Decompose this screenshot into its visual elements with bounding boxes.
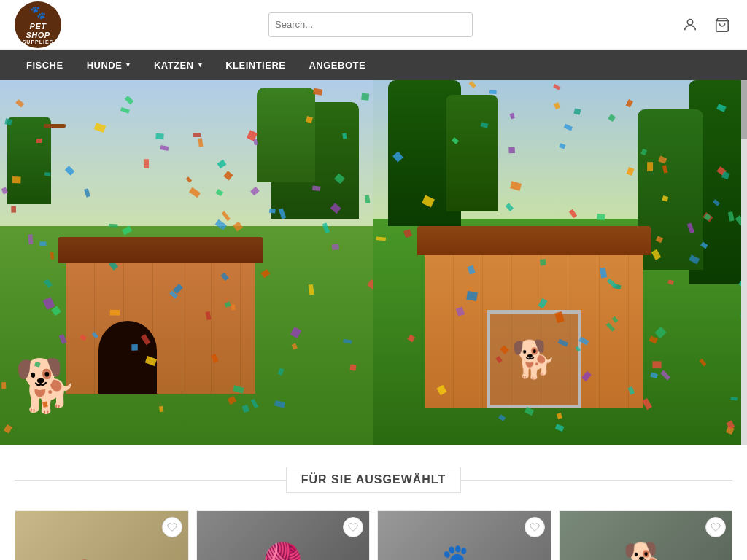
scrollbar[interactable] (741, 80, 747, 445)
product-image-1: 🛏️ Rabatt (15, 511, 188, 560)
nav-item-fische[interactable]: FISCHE (15, 50, 75, 80)
paw-icon: 🐾 (30, 4, 47, 20)
doghouse-body-right: 🐕 (425, 255, 643, 408)
dog-labrador: 🐕 (15, 356, 78, 416)
product-image-4: 🐕 Rabatt (560, 511, 732, 560)
search-input[interactable] (275, 19, 466, 30)
logo[interactable]: 🐾 Pet Shop SUPPLIES (15, 1, 61, 48)
chevron-down-icon: ▾ (198, 61, 203, 69)
doghouse-window-right: 🐕 (487, 310, 581, 408)
product-icon-4: 🐕 (623, 541, 668, 560)
nav-item-kleintiere[interactable]: KLEINTIERE (214, 50, 297, 80)
nav-item-katzen[interactable]: KATZEN ▾ (142, 50, 214, 80)
search-area (268, 12, 473, 37)
featured-title: FÜR SIE AUSGEWÄHLT (286, 467, 461, 493)
hero-right-panel: 🐕 (374, 80, 747, 445)
nav-bar: FISCHE HUNDE ▾ KATZEN ▾ KLEINTIERE ANGEB… (0, 50, 747, 80)
title-line-right (461, 480, 732, 481)
nav-item-angebote[interactable]: ANGEBOTE (297, 50, 377, 80)
heart-icon-2 (348, 522, 358, 532)
wishlist-button-2[interactable] (343, 517, 363, 537)
featured-title-row: FÜR SIE AUSGEWÄHLT (15, 467, 732, 493)
svg-point-2 (687, 19, 692, 24)
logo-circle: 🐾 Pet Shop SUPPLIES (15, 1, 61, 48)
bush-mid (257, 88, 315, 182)
wishlist-button-1[interactable] (162, 517, 182, 537)
product-card-4: 🐕 Rabatt (559, 510, 733, 560)
account-icon (682, 17, 698, 33)
doghouse-body-left (66, 262, 255, 394)
dog-in-house: 🐕 (511, 338, 557, 381)
doghouse-roof-right (417, 226, 651, 255)
logo-text: Pet Shop (26, 22, 50, 39)
bush-left (7, 117, 51, 204)
featured-section: FÜR SIE AUSGEWÄHLT 🛏️ Rabatt 🧶 (0, 445, 747, 560)
heart-icon-4 (711, 522, 721, 532)
product-card-2: 🧶 Rabatt (196, 510, 371, 560)
hero-left-panel: 🐕 (0, 80, 374, 445)
header: 🐾 Pet Shop SUPPLIES (0, 0, 747, 50)
product-icon-1: 🛏️ (79, 541, 124, 560)
hero-banner: 🐕 🐕 (0, 80, 747, 445)
cart-icon-button[interactable] (712, 15, 732, 35)
cart-icon (714, 17, 730, 33)
logo-supplies: SUPPLIES (23, 39, 54, 44)
doghouse-door-left (98, 321, 157, 394)
product-image-3: 🐾 Rabatt (378, 511, 551, 560)
product-card-1: 🛏️ Rabatt (15, 510, 189, 560)
doghouse-left (58, 237, 263, 394)
scrollbar-thumb (741, 80, 747, 139)
heart-icon-3 (530, 522, 540, 532)
chevron-down-icon: ▾ (126, 61, 131, 69)
title-line-left (15, 480, 286, 481)
product-image-2: 🧶 Rabatt (197, 511, 370, 560)
product-icon-3: 🐾 (441, 541, 487, 560)
header-icons (680, 15, 732, 35)
products-row: 🛏️ Rabatt 🧶 Rabatt (15, 510, 732, 560)
nav-item-hunde[interactable]: HUNDE ▾ (75, 50, 142, 80)
wishlist-button-3[interactable] (525, 517, 545, 537)
account-icon-button[interactable] (680, 15, 700, 35)
bush-mid-r (446, 95, 498, 211)
product-icon-2: 🧶 (260, 541, 306, 560)
product-card-3: 🐾 Rabatt (377, 510, 551, 560)
heart-icon-1 (167, 522, 177, 532)
doghouse-roof-left (58, 237, 263, 262)
wishlist-button-4[interactable] (705, 517, 726, 537)
doghouse-right: 🐕 (417, 226, 651, 408)
